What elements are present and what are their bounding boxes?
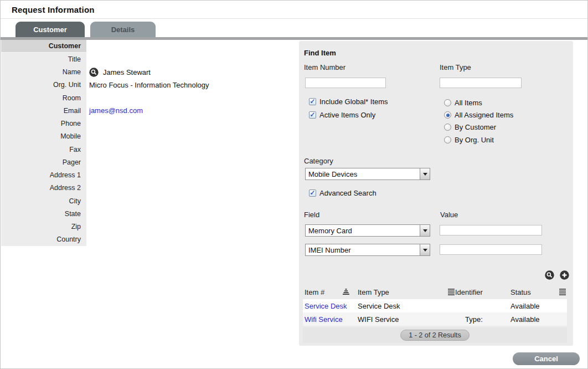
field-row-room: Room bbox=[1, 91, 295, 104]
all-items-radio[interactable] bbox=[444, 99, 451, 106]
search-actions bbox=[545, 270, 569, 280]
by-customer-radio[interactable] bbox=[444, 124, 451, 131]
results-footer: 1 - 2 of 2 Results bbox=[303, 327, 567, 343]
field-label: Customer bbox=[1, 40, 86, 53]
chevron-down-icon bbox=[420, 244, 430, 255]
column-header-item-number: Item # bbox=[305, 288, 324, 296]
identifier-cell: Type: bbox=[455, 315, 510, 324]
advanced-search-checkbox[interactable] bbox=[309, 189, 316, 197]
checkbox-label: Active Items Only bbox=[319, 111, 375, 119]
field-label: City bbox=[1, 194, 86, 207]
field-label: Title bbox=[1, 53, 86, 65]
value-column-label: Value bbox=[440, 211, 458, 219]
customer-name-value: James Stewart bbox=[103, 68, 151, 76]
checkbox-label: Include Global* Items bbox=[319, 98, 388, 106]
value-input-2[interactable] bbox=[440, 244, 542, 255]
sort-ascending-icon[interactable] bbox=[342, 288, 350, 296]
field-label: Zip bbox=[1, 221, 86, 233]
field-row-phone: Phone bbox=[1, 117, 295, 130]
cancel-button[interactable]: Cancel bbox=[513, 352, 580, 365]
field-label: Mobile bbox=[1, 130, 86, 143]
field-label: Address 2 bbox=[1, 182, 86, 194]
value-input-1[interactable] bbox=[440, 225, 542, 235]
field-label: Country bbox=[1, 233, 86, 246]
org-unit-value: Micro Focus - Information Technology bbox=[89, 81, 209, 89]
item-number-label: Item Number bbox=[304, 63, 345, 71]
field-row-fax: Fax bbox=[1, 143, 295, 156]
by-org-unit-radio-row: By Org. Unit bbox=[444, 136, 494, 144]
column-header-status: Status bbox=[510, 288, 531, 296]
search-icon[interactable] bbox=[545, 270, 554, 280]
page-title: Request Information bbox=[12, 5, 95, 14]
all-assigned-items-radio-row: All Assigned Items bbox=[444, 111, 513, 119]
radio-label: All Assigned Items bbox=[455, 111, 513, 119]
field-column-label: Field bbox=[304, 211, 319, 219]
column-header-item-type: Item Type bbox=[358, 288, 389, 296]
active-items-only-checkbox[interactable] bbox=[309, 111, 316, 119]
request-information-window: Request Information Customer Details Cus… bbox=[0, 0, 588, 369]
category-label: Category bbox=[304, 157, 333, 165]
by-org-unit-radio[interactable] bbox=[444, 136, 451, 144]
item-link[interactable]: Service Desk bbox=[305, 302, 347, 310]
field-row-state: State bbox=[1, 207, 295, 220]
field-row-mobile: Mobile bbox=[1, 130, 295, 143]
category-select[interactable]: Mobile Devices bbox=[305, 168, 430, 180]
results-table: Item # Item Type Identifier Status Servi… bbox=[303, 285, 567, 343]
field-row-address1: Address 1 bbox=[1, 169, 295, 182]
all-items-radio-row: All Items bbox=[444, 99, 482, 107]
pagination-status: 1 - 2 of 2 Results bbox=[400, 330, 470, 341]
chevron-down-icon bbox=[420, 225, 430, 236]
table-row: Service Desk Service Desk Available bbox=[303, 299, 567, 312]
include-global-items-checkbox[interactable] bbox=[309, 98, 316, 105]
field-row-title: Title bbox=[1, 53, 295, 65]
field-selected-value: IMEI Number bbox=[306, 244, 420, 255]
field-row-country: Country bbox=[1, 233, 295, 246]
column-menu-icon[interactable] bbox=[559, 288, 566, 296]
title-bar: Request Information bbox=[1, 1, 587, 19]
active-items-only-row: Active Items Only bbox=[309, 111, 375, 119]
field-row-city: City bbox=[1, 194, 295, 207]
field-label: Phone bbox=[1, 117, 86, 130]
all-assigned-items-radio[interactable] bbox=[444, 111, 451, 119]
item-link[interactable]: Wifi Service bbox=[305, 315, 343, 324]
field-row-zip: Zip bbox=[1, 221, 295, 233]
item-type-cell: Service Desk bbox=[358, 302, 400, 310]
by-customer-radio-row: By Customer bbox=[444, 123, 496, 131]
field-label: Name bbox=[1, 66, 86, 79]
field-select-2[interactable]: IMEI Number bbox=[305, 244, 430, 256]
tab-customer[interactable]: Customer bbox=[16, 22, 85, 37]
field-row-name: Name James Stewart bbox=[1, 66, 295, 79]
field-row-org-unit: Org. Unit Micro Focus - Information Tech… bbox=[1, 79, 295, 91]
results-header: Item # Item Type Identifier Status bbox=[303, 285, 567, 299]
item-type-cell: WIFI Service bbox=[358, 315, 399, 324]
field-row-address2: Address 2 bbox=[1, 182, 295, 194]
radio-label: All Items bbox=[455, 99, 482, 107]
radio-label: By Org. Unit bbox=[455, 136, 494, 144]
item-number-input[interactable] bbox=[305, 78, 386, 88]
find-item-panel: Find Item Item Number Item Type Include … bbox=[299, 41, 573, 346]
tab-details[interactable]: Details bbox=[90, 22, 156, 37]
field-row-pager: Pager bbox=[1, 156, 295, 168]
field-label: Room bbox=[1, 91, 86, 104]
field-label: Org. Unit bbox=[1, 79, 86, 91]
field-label: Address 1 bbox=[1, 169, 86, 182]
field-row-email: Email james@nsd.com bbox=[1, 104, 295, 117]
search-user-icon[interactable] bbox=[89, 68, 99, 77]
chevron-down-icon bbox=[420, 168, 430, 180]
status-cell: Available bbox=[510, 315, 540, 324]
status-cell: Available bbox=[510, 302, 540, 310]
column-menu-icon[interactable] bbox=[447, 288, 455, 296]
email-link[interactable]: james@nsd.com bbox=[89, 106, 143, 115]
item-type-input[interactable] bbox=[440, 78, 522, 88]
category-selected-value: Mobile Devices bbox=[306, 168, 420, 180]
add-icon[interactable] bbox=[560, 270, 569, 280]
find-item-heading: Find Item bbox=[304, 49, 336, 57]
field-label: Email bbox=[1, 104, 86, 117]
tab-strip: Customer Details bbox=[1, 19, 587, 37]
radio-label: By Customer bbox=[455, 123, 496, 131]
column-header-identifier: Identifier bbox=[455, 288, 510, 296]
field-select-1[interactable]: Memory Card bbox=[305, 224, 430, 237]
table-row: Wifi Service WIFI Service Type: Availabl… bbox=[303, 312, 567, 326]
advanced-search-row: Advanced Search bbox=[309, 189, 376, 197]
customer-field-list: Customer Title Name James Stewart Org. U… bbox=[1, 40, 295, 246]
